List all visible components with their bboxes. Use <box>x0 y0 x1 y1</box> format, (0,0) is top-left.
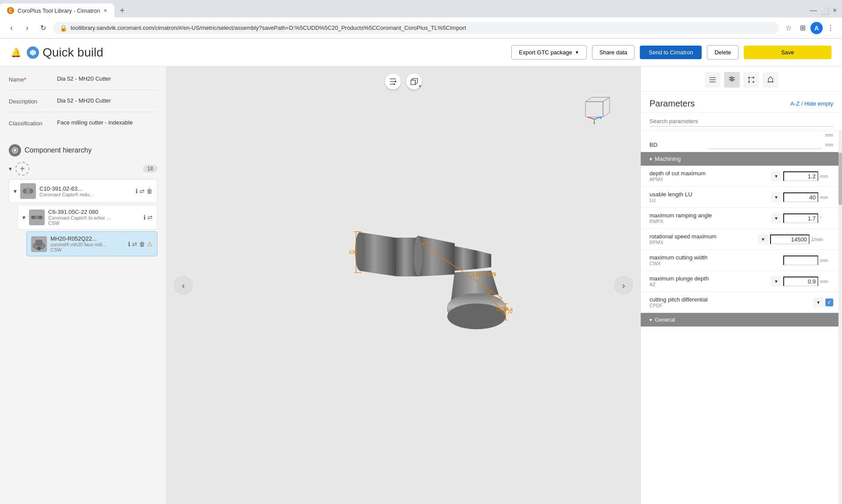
param-az-row: maximum plunge depth AZ ▾ mm <box>641 271 842 292</box>
param-cwx-input[interactable] <box>783 256 818 265</box>
list-view-btn[interactable] <box>705 72 721 88</box>
save-label: Save <box>781 49 794 56</box>
component-item[interactable]: ▾ C6-391.05C-22 080 Coromant Capto® to a… <box>18 205 157 230</box>
menu-btn[interactable]: ⋮ <box>824 22 837 34</box>
maximize-btn[interactable]: ⬜ <box>821 7 829 15</box>
svg-point-6 <box>39 216 42 219</box>
param-rpmx-dropdown[interactable]: ▾ <box>758 234 768 245</box>
comp1-swap-btn[interactable]: ⇄ <box>139 188 145 195</box>
app-logo <box>27 46 39 59</box>
comp3-info: MH20-R052Q22... coromil® mh20 face mill.… <box>50 235 125 252</box>
share-btn[interactable]: Share data <box>592 45 635 60</box>
general-section-header[interactable]: ▾ General <box>641 313 842 327</box>
param-lu-label: usable length LU LU <box>649 191 767 203</box>
security-icon: 🔒 <box>60 25 67 32</box>
comp2-collapse-btn[interactable]: ▾ <box>22 214 25 221</box>
param-lu-input[interactable] <box>783 192 818 202</box>
svg-marker-22 <box>360 232 396 276</box>
slider-view-btn[interactable] <box>724 72 740 88</box>
comp2-info-btn[interactable]: ℹ <box>143 214 146 221</box>
param-lu-unit: mm <box>820 195 833 200</box>
comp2-swap-btn[interactable]: ⇄ <box>147 214 153 221</box>
export-dropdown-icon: ▼ <box>575 50 579 55</box>
param-rpmx-input[interactable] <box>770 234 810 244</box>
cube-icon-btn[interactable]: ▾ <box>406 74 422 89</box>
center-view: ‹ › ▾ <box>167 67 640 504</box>
hierarchy-collapse-btn[interactable]: ▾ <box>9 165 12 172</box>
quick-build-title: Quick build <box>43 46 103 60</box>
comp1-info-btn[interactable]: ℹ <box>136 188 138 195</box>
browser-tab[interactable]: C CoroPlus Tool Library - Cimatron × <box>0 4 114 18</box>
param-lu-row: usable length LU LU ▾ mm <box>641 187 842 208</box>
node-view-btn[interactable] <box>743 72 759 88</box>
export-label: Export GTC package <box>519 49 572 56</box>
comp3-delete-btn[interactable]: 🗑 <box>139 241 145 248</box>
description-value: Dia 52 - MH20 Cutter <box>57 97 157 104</box>
back-btn[interactable]: ‹ <box>5 22 18 34</box>
svg-point-59 <box>748 77 750 78</box>
param-rmpx-input[interactable] <box>783 213 818 223</box>
url-text: toollibrary.sandvik.coromant.com/cimatro… <box>71 25 466 31</box>
scrollbar-track[interactable] <box>838 131 842 504</box>
param-az-dropdown[interactable]: ▾ <box>771 276 781 287</box>
param-apmx-dropdown[interactable]: ▾ <box>771 171 781 181</box>
notifications-icon[interactable]: 🔔 <box>11 47 21 58</box>
machining-section-header[interactable]: ▾ Machining <box>641 152 842 166</box>
forward-btn[interactable]: › <box>21 22 33 34</box>
param-cpdf-row: cutting pitch differential CPDF ▾ ✓ <box>641 292 842 313</box>
comp1-info: C10-391.02-63... Coromant Capto® redu... <box>39 185 132 197</box>
param-rmpx-unit: ° <box>820 216 833 221</box>
param-rpmx-row: rotational speed maximum RPMX ▾ 1/min <box>641 229 842 250</box>
comp3-info-btn[interactable]: ℹ <box>128 241 130 248</box>
bookmark-btn[interactable]: ☆ <box>782 22 795 34</box>
params-sort-btn[interactable]: A-Z / Hide empty <box>790 100 833 107</box>
prev-arrow[interactable]: ‹ <box>174 276 193 295</box>
param-apmx-control: ▾ mm <box>771 171 833 181</box>
param-lu-dropdown[interactable]: ▾ <box>771 192 781 202</box>
tab-close-btn[interactable]: × <box>103 7 107 14</box>
component-item[interactable]: ▾ C10-391.02-63... Coromant Capto® redu.… <box>9 179 157 203</box>
chart-view-btn[interactable] <box>763 72 778 88</box>
minimize-btn[interactable]: — <box>810 7 817 14</box>
description-field-row: Description Dia 52 - MH20 Cutter <box>9 97 157 112</box>
next-arrow[interactable]: › <box>614 276 633 295</box>
address-bar[interactable]: 🔒 toollibrary.sandvik.coromant.com/cimat… <box>53 22 779 34</box>
scrollbar-thumb[interactable] <box>838 153 842 205</box>
export-btn[interactable]: Export GTC package ▼ <box>511 45 586 60</box>
profile-btn[interactable]: A <box>810 22 823 34</box>
param-rmpx-dropdown[interactable]: ▾ <box>771 213 781 224</box>
params-header: Parameters A-Z / Hide empty <box>641 92 842 113</box>
save-btn[interactable]: Save <box>744 46 831 59</box>
comp1-delete-btn[interactable]: 🗑 <box>146 188 153 195</box>
toolbar-right: Export GTC package ▼ Share data Send to … <box>511 45 831 60</box>
new-tab-btn[interactable]: + <box>116 4 128 17</box>
param-cpdf-dropdown[interactable]: ▾ <box>813 297 824 308</box>
param-apmx-input[interactable] <box>783 171 818 181</box>
param-apmx-label: depth of cut maximum APMX <box>649 170 767 182</box>
params-search-input[interactable] <box>649 116 833 127</box>
send-cimatron-btn[interactable]: Send to Cimatron <box>640 46 702 59</box>
reload-btn[interactable]: ↻ <box>37 22 49 34</box>
comp1-icon <box>20 183 36 199</box>
comp3-swap-btn[interactable]: ⇄ <box>132 241 137 248</box>
param-cpdf-checkbox[interactable]: ✓ <box>825 298 833 306</box>
comp1-collapse-btn[interactable]: ▾ <box>14 188 17 195</box>
comp1-actions: ℹ ⇄ 🗑 <box>136 188 153 195</box>
machining-chevron: ▾ <box>649 156 652 162</box>
add-component-btn[interactable]: + <box>15 162 29 176</box>
bd-input[interactable] <box>708 140 822 149</box>
unit-header: mm <box>641 131 842 138</box>
share-label: Share data <box>599 49 628 56</box>
component-item-selected[interactable]: MH20-R052Q22... coromil® mh20 face mill.… <box>26 231 157 256</box>
browser-controls: ‹ › ↻ 🔒 toollibrary.sandvik.coromant.com… <box>0 18 842 39</box>
param-cpdf-label: cutting pitch differential CPDF <box>649 296 810 308</box>
comp3-warn-btn[interactable]: ⚠ <box>147 241 153 248</box>
param-az-input[interactable] <box>783 277 818 286</box>
close-btn[interactable]: × <box>833 7 837 14</box>
browser-actions: ☆ ⊞ A ⋮ <box>782 22 837 34</box>
tool-3d-view: 100 LTA = 175 LCTA = 40 20 <box>294 198 513 373</box>
delete-btn[interactable]: Delete <box>707 45 739 60</box>
extensions-btn[interactable]: ⊞ <box>796 22 809 34</box>
tools-icon-btn[interactable] <box>385 74 401 89</box>
name-label: Name* <box>9 75 57 83</box>
